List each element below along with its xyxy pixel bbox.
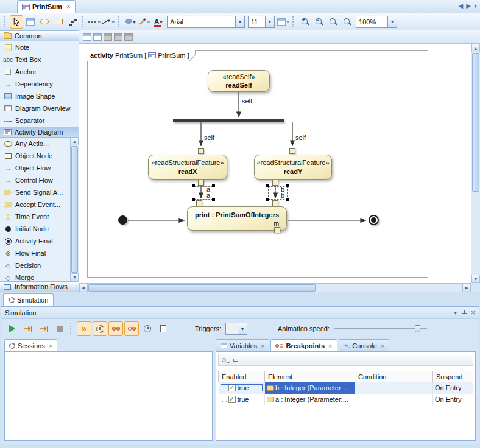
sidebar-scrollbar[interactable]: ▲ ▼ [70, 138, 79, 281]
sidebar-item-activity-final[interactable]: Activity Final [0, 235, 70, 247]
align-right-button[interactable] [124, 33, 133, 41]
section-activity-diagram[interactable]: Activity Diagram [0, 127, 79, 138]
line-color-button[interactable]: » [138, 15, 151, 29]
sidebar-item-control-flow[interactable]: →Control Flow [0, 174, 70, 186]
edge-label-self[interactable]: self [204, 134, 214, 141]
layout-button[interactable] [66, 15, 79, 29]
user-interaction-button[interactable] [140, 321, 155, 336]
chevron-down-icon[interactable]: ▾ [265, 16, 274, 27]
condition-cell[interactable] [355, 382, 433, 394]
enabled-checkbox[interactable]: ✓ [228, 396, 236, 403]
tab-console[interactable]: >>_ Console × [339, 339, 390, 351]
image-library-button[interactable]: » [277, 15, 290, 29]
node-readx[interactable]: «readStructuralFeature» readX [148, 155, 227, 180]
show-diagram-frame-button[interactable] [93, 33, 102, 41]
step-over-button[interactable] [37, 321, 51, 336]
auto-open-diagrams-button[interactable] [124, 321, 139, 336]
font-color-button[interactable]: A▾ [152, 15, 165, 29]
nav-right-icon[interactable]: ▶ [466, 2, 471, 9]
tab-variables[interactable]: Variables × [216, 339, 269, 351]
minimize-icon[interactable]: ▾ [454, 309, 457, 316]
input-pin-readx[interactable] [198, 148, 204, 154]
sidebar-item-text-box[interactable]: abcText Box [0, 54, 79, 66]
lasso-select-button[interactable] [24, 15, 37, 29]
chevron-down-icon[interactable]: ▾ [235, 16, 244, 27]
align-left-button[interactable] [104, 33, 112, 41]
node-print[interactable]: print : PrintSumOfIntegers [187, 206, 287, 231]
column-enabled[interactable]: Enabled [219, 371, 265, 382]
horizontal-scrollbar[interactable]: ◀ ▶ [79, 283, 471, 292]
suspend-cell[interactable]: On Entry [433, 382, 473, 394]
sidebar-item-note[interactable]: Note [0, 41, 79, 54]
pin-label-m[interactable]: m [274, 220, 279, 227]
tab-list-icon[interactable]: ▾ [474, 2, 477, 9]
column-suspend[interactable]: Suspend [433, 371, 473, 382]
vertical-scrollbar[interactable]: ▲ ▼ [471, 44, 480, 283]
sidebar-item-flow-final[interactable]: ⊗Flow Final [0, 247, 70, 259]
zoom-fit-button[interactable] [326, 15, 340, 29]
sidebar-item-accept-event[interactable]: Accept Event... [0, 198, 70, 211]
output-pin-m[interactable] [274, 227, 280, 233]
output-pin-ready[interactable] [272, 180, 278, 186]
selection-handle[interactable] [192, 184, 195, 187]
zoom-selection-button[interactable] [341, 15, 354, 29]
close-icon[interactable]: × [66, 2, 71, 11]
selection-handle[interactable] [212, 184, 215, 187]
close-icon[interactable]: × [381, 342, 384, 349]
zoom-in-button[interactable]: + [298, 15, 312, 29]
sidebar-item-decision[interactable]: ◇Decision [0, 259, 70, 271]
diagram-canvas[interactable]: activity PrintSum [ PrintSum ] [79, 44, 480, 292]
scroll-up-icon[interactable]: ▲ [471, 44, 480, 52]
output-pin-readx[interactable] [198, 180, 204, 186]
rectilinear-path-button[interactable] [52, 15, 65, 29]
sidebar-item-anchor[interactable]: Anchor [0, 66, 79, 78]
initial-node[interactable] [118, 215, 127, 225]
animation-speed-slider[interactable] [334, 324, 427, 334]
scroll-right-icon[interactable]: ▶ [462, 284, 471, 292]
scroll-down-icon[interactable]: ▼ [71, 273, 79, 281]
tab-breakpoints[interactable]: Breakpoints × [270, 339, 337, 351]
breakpoint-row[interactable]: ✓true a : Integer (Parameter:... On Entr… [219, 394, 473, 405]
tab-printsum[interactable]: PrintSum × [17, 0, 76, 13]
scrollbar-thumb[interactable] [88, 284, 316, 292]
run-button[interactable] [5, 321, 19, 336]
column-condition[interactable]: Condition [355, 371, 433, 382]
close-icon[interactable]: × [261, 342, 264, 349]
terminate-button[interactable] [52, 321, 67, 336]
diagram-frame-tab[interactable]: activity PrintSum [ PrintSum ] [87, 50, 196, 61]
font-size-combobox[interactable]: 11 ▾ [248, 16, 275, 28]
selection-handle[interactable] [212, 198, 215, 201]
zoom-out-button[interactable]: − [312, 15, 326, 29]
slider-track[interactable] [334, 328, 427, 329]
breakpoints-toggle-button[interactable] [108, 321, 123, 336]
selection-handle[interactable] [192, 198, 195, 201]
slider-thumb[interactable] [415, 325, 420, 332]
remove-breakpoint-button[interactable] [233, 359, 238, 362]
sidebar-item-send-signal[interactable]: Send Signal A... [0, 186, 70, 198]
breakpoint-row[interactable]: ✓true b : Integer (Parameter:... On Entr… [219, 382, 473, 394]
selection-handle[interactable] [286, 184, 289, 187]
sidebar-item-any-action[interactable]: Any Actio... [0, 138, 70, 150]
element-cell[interactable]: b : Integer (Parameter:... [265, 382, 355, 394]
new-breakpoint-button[interactable]: _ [222, 357, 230, 363]
oblique-path-button[interactable] [38, 15, 51, 29]
sidebar-item-dependency[interactable]: →Dependency [0, 78, 79, 90]
sidebar-item-object-node[interactable]: Object Node [0, 150, 70, 162]
sessions-content[interactable] [4, 351, 213, 441]
pin-icon[interactable] [461, 310, 467, 315]
activity-final-node[interactable] [369, 215, 379, 225]
enabled-cell[interactable]: ✓true [219, 382, 265, 394]
align-center-button[interactable] [114, 33, 122, 41]
font-combobox[interactable]: Arial ▾ [167, 16, 245, 28]
node-readself[interactable]: «readSelf» readSelf [208, 70, 270, 92]
input-pin-a[interactable] [196, 200, 202, 206]
column-element[interactable]: Element [265, 371, 355, 382]
pin-label-a[interactable]: a [206, 192, 210, 199]
sidebar-item-diagram-overview[interactable]: Diagram Overview [0, 102, 79, 114]
scroll-up-icon[interactable]: ▲ [71, 138, 79, 145]
scroll-left-icon[interactable]: ◀ [79, 284, 88, 292]
sidebar-item-time-event[interactable]: Time Event [0, 211, 70, 223]
scrollbar-thumb[interactable] [472, 53, 479, 192]
select-tool-button[interactable] [10, 15, 23, 29]
fill-color-button[interactable]: ▾ [124, 15, 137, 29]
